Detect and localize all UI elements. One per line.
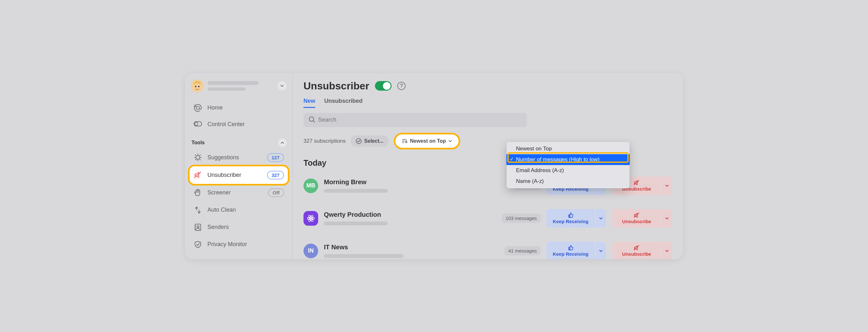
sidebar-item-label: Senders — [208, 224, 229, 231]
list-item[interactable]: Qwerty Production 103 messages Keep Rece… — [304, 202, 672, 235]
count-badge: 127 — [267, 153, 284, 162]
sender-name: Morning Brew — [324, 178, 388, 186]
button-label: Keep Receiving — [553, 251, 588, 256]
unsubscribe-button[interactable]: Unsubscribe — [612, 209, 661, 228]
help-button[interactable]: ? — [397, 82, 406, 90]
svg-line-13 — [195, 159, 196, 160]
main-content: Unsubscriber ? New Unsubscribed 327 subs… — [292, 73, 683, 259]
svg-point-5 — [195, 122, 198, 125]
subscription-count: 327 subscriptions — [304, 138, 346, 144]
sidebar-item-label: Suggestions — [208, 154, 239, 161]
keep-receiving-button[interactable]: Keep Receiving — [546, 242, 595, 259]
svg-line-11 — [195, 155, 196, 155]
svg-point-2 — [198, 86, 200, 87]
sender-address-placeholder — [324, 221, 388, 225]
svg-line-22 — [313, 121, 315, 122]
search-icon — [309, 116, 315, 124]
sender-avatar — [304, 211, 318, 226]
sidebar-section-tools: Tools — [190, 132, 288, 149]
count-badge: 327 — [267, 171, 284, 179]
svg-point-31 — [310, 218, 311, 219]
status-badge: Off — [268, 188, 284, 197]
account-switcher[interactable] — [190, 79, 288, 99]
sort-option-email[interactable]: Email Address (A-z) — [506, 165, 630, 176]
sort-menu: Newest on Top Number of messages (High t… — [506, 142, 630, 188]
sidebar-item-screener[interactable]: Screener Off — [190, 184, 288, 202]
list-item[interactable]: IN IT News 41 messages Keep Receiving — [304, 235, 672, 259]
keep-receiving-more[interactable] — [596, 242, 606, 259]
sidebar-item-label: Screener — [208, 189, 231, 196]
button-label: Unsubscribe — [622, 219, 651, 224]
sidebar-item-suggestions[interactable]: Suggestions 127 — [190, 149, 288, 166]
sidebar-item-label: Control Center — [208, 121, 245, 128]
megaphone-off-icon — [633, 245, 640, 250]
button-label: Keep Receiving — [553, 219, 588, 224]
keep-receiving-button[interactable]: Keep Receiving — [546, 209, 595, 228]
sidebar-item-label: Unsubscriber — [208, 172, 241, 178]
app-window: Home Control Center Tools — [185, 73, 683, 259]
unsubscribe-button[interactable]: Unsubscribe — [612, 242, 661, 259]
tutorial-highlight-sort: Newest on Top — [394, 133, 461, 149]
sidebar-item-label: Home — [208, 104, 223, 111]
unsubscribe-split: Unsubscribe — [612, 242, 672, 259]
keep-receiving-split: Keep Receiving — [546, 242, 606, 259]
message-count-badge: 103 messages — [502, 214, 540, 223]
select-all-button[interactable]: Select... — [351, 135, 389, 147]
select-label: Select... — [364, 138, 383, 144]
message-count-badge: 41 messages — [504, 246, 540, 255]
thumbs-up-icon — [568, 212, 574, 218]
account-caret[interactable] — [278, 82, 286, 90]
sidebar-item-control-center[interactable]: Control Center — [190, 117, 288, 132]
svg-point-23 — [356, 139, 361, 144]
sidebar-item-auto-clean[interactable]: Auto Clean — [190, 202, 288, 219]
sidebar-item-senders[interactable]: Senders — [190, 219, 288, 236]
search-bar[interactable] — [304, 113, 527, 127]
search-input[interactable] — [318, 117, 522, 123]
sort-label: Newest on Top — [410, 138, 446, 144]
sidebar-item-label: Auto Clean — [208, 207, 236, 213]
sort-option-messages[interactable]: Number of messages (High to low) — [506, 154, 630, 165]
feature-toggle[interactable] — [375, 81, 392, 91]
unsubscribe-more[interactable] — [662, 242, 672, 259]
sidebar-item-home[interactable]: Home — [190, 99, 288, 117]
sidebar-item-unsubscriber[interactable]: Unsubscriber 327 — [190, 166, 288, 184]
svg-point-17 — [197, 226, 199, 228]
megaphone-off-icon — [633, 180, 640, 185]
unsubscribe-more[interactable] — [662, 209, 672, 228]
sidebar-item-privacy-monitor[interactable]: Privacy Monitor — [190, 236, 288, 253]
hand-icon — [193, 188, 202, 197]
auto-clean-icon — [193, 206, 202, 214]
svg-line-14 — [200, 155, 200, 155]
sender-name: IT News — [324, 244, 404, 251]
avatar — [191, 80, 204, 92]
keep-receiving-more[interactable] — [596, 209, 606, 228]
tab-unsubscribed[interactable]: Unsubscribed — [324, 98, 363, 108]
toggle-icon — [193, 121, 202, 127]
account-name-placeholder — [208, 81, 258, 91]
svg-point-6 — [196, 155, 200, 159]
svg-point-1 — [195, 86, 196, 87]
keep-receiving-split: Keep Receiving — [546, 209, 606, 228]
sender-avatar: MB — [304, 178, 318, 193]
sidebar-item-label: Privacy Monitor — [208, 241, 247, 248]
tabs: New Unsubscribed — [304, 98, 672, 108]
section-label: Tools — [191, 140, 205, 146]
thumbs-up-icon — [568, 245, 574, 250]
svg-point-3 — [196, 106, 199, 110]
button-label: Unsubscribe — [622, 251, 651, 256]
sort-option-newest[interactable]: Newest on Top — [506, 143, 630, 154]
sender-address-placeholder — [324, 254, 404, 258]
sort-button[interactable]: Newest on Top — [397, 136, 457, 146]
sender-name: Qwerty Production — [324, 211, 388, 218]
at-refresh-icon — [193, 104, 202, 112]
svg-line-12 — [200, 159, 200, 160]
chevron-down-icon — [448, 139, 452, 143]
sort-option-name[interactable]: Name (A-z) — [506, 176, 630, 187]
megaphone-off-icon — [193, 171, 202, 179]
shield-check-icon — [193, 240, 202, 249]
megaphone-off-icon — [633, 212, 640, 218]
tab-new[interactable]: New — [304, 98, 315, 108]
collapse-tools-button[interactable] — [278, 139, 286, 147]
unsubscribe-more[interactable] — [662, 177, 672, 195]
sender-avatar: IN — [304, 244, 318, 258]
